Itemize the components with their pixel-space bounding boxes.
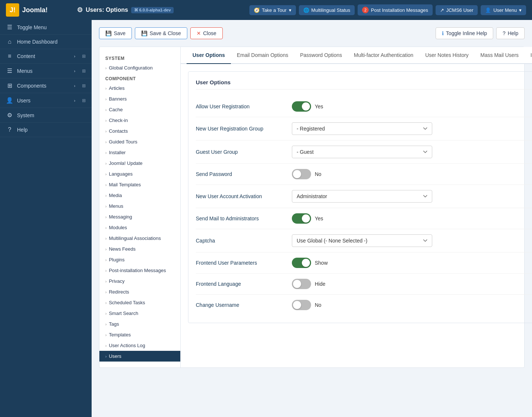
nav-item-languages[interactable]: › Languages (99, 169, 180, 179)
chevron-right-icon: › (105, 118, 107, 123)
nav-item-menus[interactable]: › Menus (99, 201, 180, 211)
tab-user-options[interactable]: User Options (187, 47, 231, 64)
sidebar-item-help[interactable]: ? Help (0, 123, 92, 137)
nav-item-contacts[interactable]: › Contacts (99, 126, 180, 136)
nav-item-privacy[interactable]: › Privacy (99, 276, 180, 287)
sidebar-item-content[interactable]: ≡ Content › ⊞ (0, 49, 92, 64)
nav-item-post-install[interactable]: › Post-installation Messages (99, 265, 180, 276)
toggle-thumb (293, 170, 301, 178)
tab-mfa[interactable]: Multi-factor Authentication (348, 47, 419, 64)
tab-email-domain[interactable]: Email Domain Options (231, 47, 294, 64)
chevron-right-icon: › (105, 204, 107, 208)
close-button[interactable]: ✕ Close (190, 27, 223, 39)
chevron-right-icon: › (74, 69, 75, 73)
users-icon: 👤 (6, 97, 13, 104)
nav-item-joomla-update[interactable]: › Joomla! Update (99, 158, 180, 169)
chevron-right-icon: › (105, 354, 107, 359)
toggle-inline-help-button[interactable]: ℹ Toggle Inline Help (436, 27, 493, 39)
sidebar-item-users[interactable]: 👤 Users › ⊞ (0, 93, 92, 108)
nav-item-user-actions-log[interactable]: › User Actions Log (99, 340, 180, 351)
help-button[interactable]: ? Help (496, 27, 525, 39)
nav-item-plugins[interactable]: › Plugins (99, 254, 180, 265)
nav-item-modules[interactable]: › Modules (99, 222, 180, 233)
nav-item-mail-templates[interactable]: › Mail Templates (99, 179, 180, 190)
nav-item-news-feeds[interactable]: › News Feeds (99, 244, 180, 254)
nav-item-articles[interactable]: › Articles (99, 83, 180, 94)
nav-item-checkin[interactable]: › Check-in (99, 115, 180, 126)
mail-admins-label: Send Mail to Administrators (196, 216, 284, 221)
info-icon: ℹ (442, 30, 444, 36)
right-content: User Options Email Domain Options Passwo… (181, 47, 532, 367)
chevron-right-icon: › (105, 268, 107, 273)
system-icon: ⚙ (6, 112, 13, 119)
nav-item-templates[interactable]: › Templates (99, 329, 180, 340)
nav-item-users[interactable]: › Users (99, 351, 180, 362)
new-user-group-select[interactable]: - Registered (292, 122, 432, 135)
tab-password[interactable]: Password Options (294, 47, 348, 64)
guest-user-group-select[interactable]: - Guest (292, 146, 432, 158)
frontend-params-toggle[interactable] (292, 258, 311, 268)
change-username-value: No (315, 302, 321, 308)
post-install-button[interactable]: 2 Post Installation Messages (358, 4, 433, 16)
nav-item-guided-tours[interactable]: › Guided Tours (99, 136, 180, 147)
frontend-language-control: Hide (292, 279, 532, 289)
sidebar-item-home-dashboard[interactable]: ⌂ Home Dashboard (0, 35, 92, 49)
tabs: User Options Email Domain Options Passwo… (181, 47, 532, 64)
sidebar-item-menus[interactable]: ☰ Menus › ⊞ (0, 64, 92, 78)
user-icon: 👤 (485, 7, 491, 13)
captcha-select[interactable]: Use Global (- None Selected -) (292, 234, 432, 247)
menu-icon: ☰ (6, 24, 13, 31)
nav-item-global-config[interactable]: › Global Configuration (99, 62, 180, 73)
send-password-toggle[interactable] (292, 169, 311, 179)
toggle-menu-item[interactable]: ☰ Toggle Menu (0, 20, 92, 35)
multilingual-button[interactable]: 🌐 Multilingual Status (299, 5, 355, 15)
nav-item-multilingual[interactable]: › Multilingual Associations (99, 233, 180, 244)
frontend-language-toggle-container: Hide (292, 279, 532, 289)
nav-item-smart-search[interactable]: › Smart Search (99, 308, 180, 319)
nav-item-messaging[interactable]: › Messaging (99, 211, 180, 222)
version-badge: ⌘ 6.0.0-alpha1-dev (131, 7, 174, 13)
page-title: Users: Options (86, 7, 128, 13)
nav-item-tags[interactable]: › Tags (99, 319, 180, 329)
field-frontend-language: Frontend Language Hide (196, 274, 532, 295)
save-button[interactable]: 💾 Save (99, 27, 132, 39)
tab-notes-history[interactable]: User Notes History (419, 47, 474, 64)
sidebar-item-components[interactable]: ⊞ Components › ⊞ (0, 78, 92, 93)
home-icon: ⌂ (6, 38, 13, 45)
nav-item-scheduled-tasks[interactable]: › Scheduled Tasks (99, 297, 180, 308)
toggle-thumb (293, 280, 301, 288)
frontend-params-value: Show (315, 260, 328, 266)
take-tour-button[interactable]: 🧭 Take a Tour ▾ (249, 5, 296, 15)
nav-item-redirects[interactable]: › Redirects (99, 287, 180, 297)
nav-item-cache[interactable]: › Cache (99, 104, 180, 115)
toggle-thumb (302, 102, 310, 111)
nav-item-installer[interactable]: › Installer (99, 147, 180, 158)
chevron-right-icon: › (105, 183, 107, 187)
field-guest-user-group: Guest User Group - Guest (196, 140, 532, 164)
save-close-button[interactable]: 💾 Save & Close (135, 27, 187, 39)
account-activation-control: Administrator (292, 190, 532, 203)
chevron-right-icon: › (105, 97, 107, 101)
change-username-toggle[interactable] (292, 300, 311, 310)
save-icon: 💾 (105, 30, 112, 36)
tab-integration[interactable]: Integration (525, 47, 532, 64)
frontend-params-toggle-container: Show (292, 258, 532, 268)
toggle-thumb (302, 259, 310, 267)
mail-admins-toggle[interactable] (292, 213, 311, 224)
nav-item-media[interactable]: › Media (99, 190, 180, 201)
allow-registration-toggle[interactable] (292, 101, 311, 112)
account-activation-select[interactable]: Administrator (292, 190, 432, 203)
sidebar-item-system[interactable]: ⚙ System (0, 108, 92, 123)
tab-mass-mail[interactable]: Mass Mail Users (474, 47, 524, 64)
allow-registration-label: Allow User Registration (196, 104, 284, 109)
captcha-label: Captcha (196, 238, 284, 244)
jcms6-button[interactable]: ↗ JCMS6 User (436, 5, 478, 15)
frontend-language-toggle[interactable] (292, 279, 311, 289)
frontend-params-control: Show (292, 258, 532, 268)
user-menu-button[interactable]: 👤 User Menu ▾ (481, 5, 526, 15)
toolbar-right: ℹ Toggle Inline Help ? Help (436, 27, 525, 39)
grid-icon: ⊞ (82, 68, 86, 74)
chevron-right-icon: › (105, 247, 107, 251)
grid-icon: ⊞ (82, 54, 86, 59)
nav-item-banners[interactable]: › Banners (99, 94, 180, 104)
